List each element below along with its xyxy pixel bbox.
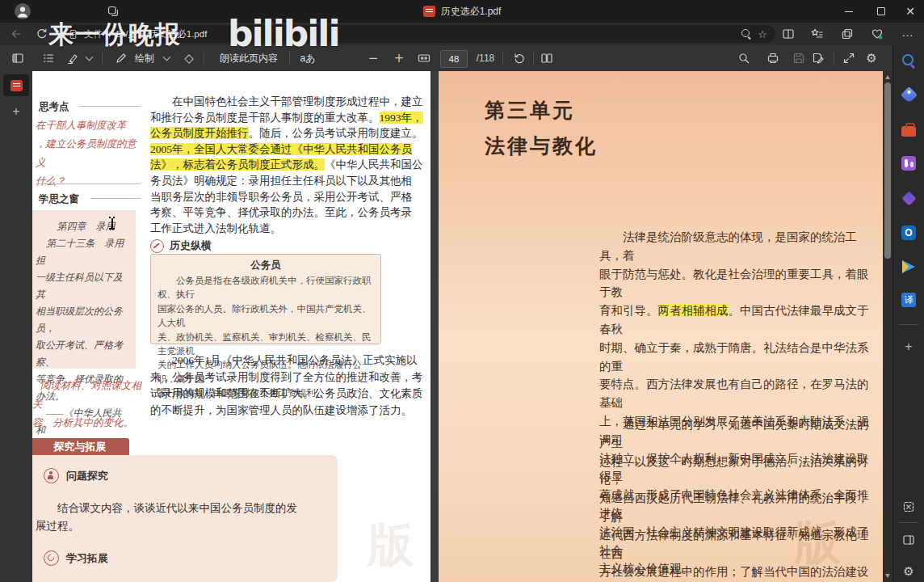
search-icon[interactable] (733, 45, 754, 71)
maximize-button[interactable] (866, 0, 897, 23)
body-paragraph-1: 在中国特色社会主义干部管理制度形成过程中，建立和推行公务员制度是干部人事制度的重… (150, 94, 426, 236)
highlighter-dropdown-icon[interactable] (82, 45, 95, 71)
page-total: /118 (472, 45, 499, 71)
web-capture-icon[interactable] (900, 498, 918, 516)
settings-gear-icon[interactable]: ⚙ (861, 45, 882, 71)
address-bar: 文件 | D:/桌面/历史选必1.pdf ☆ … (0, 23, 924, 45)
back-icon[interactable] (10, 27, 23, 40)
microsoft365-icon[interactable] (900, 189, 918, 207)
scrollbar-thumb[interactable] (884, 82, 891, 259)
xuesi-quote: 第四章 录用第二十三条 录用担一级主任科员以下及其相当职级层次的公务员，取公开考… (32, 210, 136, 369)
more-icon[interactable]: … (901, 25, 914, 39)
hz-swirl-icon (150, 239, 164, 253)
minimize-button[interactable] (834, 0, 864, 23)
save-icon[interactable] (788, 45, 809, 71)
vertical-tab-active[interactable] (3, 74, 29, 96)
tools-icon[interactable] (900, 120, 918, 138)
extension-header: 学习拓展 (44, 550, 108, 566)
xuesi-note: 阅读材料、对照课文相关容、分析其中的变化。 (32, 377, 145, 432)
page-number-field[interactable] (440, 50, 468, 68)
save-as-icon[interactable] (808, 45, 829, 71)
vertical-tab-strip: + (0, 71, 32, 582)
url-scheme: 文件 (84, 28, 103, 40)
browser-essentials-icon[interactable] (871, 27, 884, 40)
hz-box: 公务员 公务员是指在各级政府机关中，行使国家行政职权、执行国家公务的人员。除行政… (150, 254, 381, 344)
print-icon[interactable] (762, 45, 783, 71)
page-number-input[interactable] (440, 50, 468, 68)
pdf-file-icon (10, 80, 23, 91)
document-icon (68, 29, 78, 40)
fullscreen-icon[interactable] (838, 45, 859, 71)
edge-sidebar: O 译 + ⚙ (892, 45, 924, 582)
hz-title: 公务员 (158, 259, 374, 272)
sidebar-add-button[interactable]: + (900, 338, 918, 356)
xuesi-heading: 学思之窗 (39, 192, 79, 206)
sidebar-settings-icon[interactable]: ⚙ (900, 563, 918, 580)
question-text: 结合课文内容，谈谈近代以来中国公务员制度的发展过程。 (36, 500, 310, 535)
toc-icon[interactable] (37, 45, 60, 71)
body-paragraph-2: 2006年1月《中华人民共和国公务员法》正式实施以来，公务员考试录用制度得到了全… (150, 352, 426, 419)
explore-tab: 探究与拓展 (32, 438, 129, 455)
pane-toggle-icon[interactable] (6, 45, 29, 71)
page-watermark: 版 (794, 512, 841, 575)
pdf-viewport: 思考点 在干部人事制度改革，建立公务员制度的意义什么？ 学思之窗 第四章 录用第… (32, 71, 883, 582)
translator-icon[interactable]: 译 (900, 291, 918, 309)
outlook-icon[interactable]: O (900, 224, 918, 242)
question-icon (44, 468, 59, 483)
pdf-toolbar: 绘制 ◇ 朗读此页内容 aあ − + /118 (0, 45, 892, 71)
draw-button[interactable]: 绘制 (131, 45, 158, 71)
zoom-indicator-icon[interactable] (741, 28, 752, 40)
eraser-icon[interactable]: ◇ (179, 45, 199, 71)
browser-window: 历史选必1.pdf ✕ 文件 | D:/桌面/历史选必1.pdf ☆ (0, 0, 924, 582)
translate-icon[interactable]: aあ (296, 45, 320, 71)
pdf-page-right: 第三单元 法律与教化 法律是统治阶级意志的体现，是国家的统治工具，着眼于防范与惩… (439, 71, 883, 582)
pdf-page-left: 思考点 在干部人事制度改革，建立公务员制度的意义什么？ 学思之窗 第四章 录用第… (32, 71, 430, 582)
new-tab-button[interactable]: + (0, 102, 32, 121)
url-divider: | (108, 29, 111, 39)
fit-width-icon[interactable] (414, 45, 435, 71)
pdf-scrollbar[interactable] (883, 71, 892, 582)
close-button[interactable]: ✕ (895, 0, 924, 23)
pdf-file-icon (423, 6, 435, 17)
think-point-heading: 思考点 (39, 100, 69, 114)
scroll-up-icon[interactable] (885, 75, 890, 79)
unit-title-line2: 法律与教化 (485, 133, 598, 159)
active-tab[interactable]: 历史选必1.pdf (0, 0, 924, 23)
favorite-star-icon[interactable]: ☆ (758, 28, 767, 40)
unit-title-line1: 第三单元 (485, 97, 575, 124)
question-header: 问题探究 (44, 468, 108, 483)
explore-box: 问题探究 结合课文内容，谈谈近代以来中国公务员制度的发展过程。 学习拓展 (32, 455, 338, 582)
zoom-in-button[interactable]: + (389, 45, 409, 71)
refresh-icon[interactable] (36, 27, 48, 40)
page-watermark: 版 (368, 514, 414, 577)
drop-icon[interactable] (900, 258, 918, 276)
extension-icon (44, 550, 59, 566)
split-screen-icon[interactable] (782, 27, 795, 40)
draw-dropdown-icon[interactable] (160, 45, 173, 71)
address-input[interactable]: 文件 | D:/桌面/历史选必1.pdf ☆ (60, 25, 775, 43)
tab-title: 历史选必1.pdf (441, 5, 502, 19)
url-path: D:/桌面/历史选必1.pdf (116, 28, 735, 40)
think-point-question: 在干部人事制度改革，建立公务员制度的意义什么？ (36, 116, 145, 191)
zoom-out-button[interactable]: − (363, 45, 383, 71)
question-heading: 问题探究 (66, 469, 108, 483)
highlighter-icon[interactable] (63, 45, 82, 71)
collections-icon[interactable] (841, 27, 854, 40)
rotate-icon[interactable] (509, 45, 530, 71)
text-cursor (108, 217, 116, 230)
read-aloud-button[interactable]: 朗读此页内容 (212, 45, 286, 71)
bing-search-icon[interactable] (900, 52, 918, 70)
shopping-icon[interactable] (900, 86, 918, 103)
games-icon[interactable] (900, 154, 918, 172)
extension-heading: 学习拓展 (66, 551, 108, 566)
hz-heading: 历史纵横 (170, 238, 212, 253)
titlebar: 历史选必1.pdf ✕ (0, 0, 924, 23)
favorites-bar-icon[interactable] (811, 27, 824, 40)
scroll-down-icon[interactable] (885, 574, 890, 578)
hz-header: 历史纵横 (150, 238, 212, 253)
sidebar-panel-icon[interactable] (900, 531, 918, 549)
page-layout-icon[interactable] (536, 45, 557, 71)
draw-pen-icon[interactable] (111, 45, 131, 71)
